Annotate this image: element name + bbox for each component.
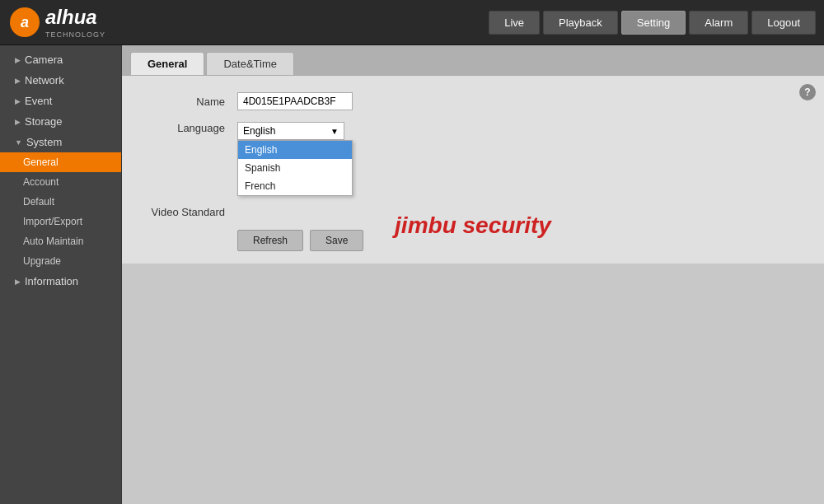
- content-panel: ? Name Language English ▼ English Spa: [122, 75, 824, 264]
- language-select[interactable]: English ▼: [237, 122, 344, 140]
- dropdown-option-french[interactable]: French: [238, 177, 352, 195]
- dropdown-option-spanish[interactable]: Spanish: [238, 159, 352, 177]
- language-row: Language English ▼ English Spanish Frenc…: [138, 122, 808, 140]
- sidebar-section-label: Event: [25, 95, 52, 107]
- save-button[interactable]: Save: [310, 230, 363, 251]
- dropdown-arrow-icon: ▼: [330, 127, 339, 136]
- sidebar-item-auto-maintain[interactable]: Auto Maintain: [0, 231, 121, 251]
- content-area: General Date&Time ? Name Language Englis…: [122, 45, 824, 504]
- nav-buttons: Live Playback Setting Alarm Logout: [489, 11, 816, 35]
- nav-live-button[interactable]: Live: [489, 11, 540, 35]
- language-dropdown-container: English ▼ English Spanish French: [237, 122, 353, 140]
- main-layout: ▶ Camera ▶ Network ▶ Event ▶ Storage ▼ S…: [0, 45, 824, 504]
- tab-general[interactable]: General: [130, 52, 204, 75]
- form-buttons: Refresh Save: [237, 230, 808, 251]
- video-standard-row: Video Standard: [138, 206, 808, 218]
- sidebar-item-network[interactable]: ▶ Network: [0, 70, 121, 91]
- sidebar-item-label: General: [23, 156, 59, 168]
- arrow-icon: ▶: [15, 56, 21, 64]
- sidebar-item-general[interactable]: General: [0, 152, 121, 172]
- sidebar-item-label: Auto Maintain: [23, 236, 83, 247]
- language-dropdown-list: English Spanish French: [237, 140, 353, 196]
- logo: a alhua TECHNOLOGY: [8, 6, 105, 39]
- arrow-icon: ▶: [15, 278, 21, 286]
- name-input[interactable]: [237, 92, 353, 110]
- language-label: Language: [138, 122, 237, 134]
- sidebar-item-account[interactable]: Account: [0, 172, 121, 192]
- sidebar-item-label: Import/Export: [23, 216, 82, 227]
- arrow-icon: ▼: [15, 138, 22, 147]
- nav-logout-button[interactable]: Logout: [751, 11, 816, 35]
- svg-text:a: a: [21, 14, 29, 30]
- sidebar-section-label: System: [26, 136, 62, 148]
- logo-text: alhua: [45, 6, 105, 29]
- refresh-button[interactable]: Refresh: [237, 230, 303, 251]
- sidebar-section-label: Network: [25, 74, 64, 86]
- header: a alhua TECHNOLOGY Live Playback Setting…: [0, 0, 824, 45]
- tab-datetime[interactable]: Date&Time: [206, 52, 294, 75]
- nav-playback-button[interactable]: Playback: [543, 11, 618, 35]
- sidebar-item-camera[interactable]: ▶ Camera: [0, 49, 121, 70]
- sidebar-item-label: Account: [23, 176, 59, 188]
- sidebar-item-information[interactable]: ▶ Information: [0, 271, 121, 292]
- sidebar-section-label: Storage: [25, 115, 63, 128]
- name-row: Name: [138, 92, 808, 110]
- sidebar-item-upgrade[interactable]: Upgrade: [0, 251, 121, 271]
- nav-setting-button[interactable]: Setting: [621, 11, 686, 35]
- language-selected-value: English: [243, 125, 330, 137]
- name-label: Name: [138, 96, 237, 108]
- video-standard-label: Video Standard: [138, 206, 237, 218]
- sidebar-item-label: Default: [23, 196, 54, 208]
- sidebar-item-storage[interactable]: ▶ Storage: [0, 111, 121, 132]
- sidebar-item-system[interactable]: ▼ System: [0, 132, 121, 152]
- sidebar-item-default[interactable]: Default: [0, 192, 121, 212]
- sidebar: ▶ Camera ▶ Network ▶ Event ▶ Storage ▼ S…: [0, 45, 122, 504]
- logo-subtext: TECHNOLOGY: [45, 30, 105, 39]
- tab-bar: General Date&Time: [122, 45, 824, 75]
- sidebar-item-label: Upgrade: [23, 255, 61, 267]
- arrow-icon: ▶: [15, 97, 21, 105]
- dahua-logo-icon: a: [8, 6, 41, 39]
- arrow-icon: ▶: [15, 77, 21, 85]
- dropdown-option-english[interactable]: English: [238, 141, 352, 159]
- sidebar-section-label: Information: [25, 275, 78, 287]
- sidebar-item-import-export[interactable]: Import/Export: [0, 212, 121, 231]
- sidebar-item-event[interactable]: ▶ Event: [0, 91, 121, 111]
- help-icon[interactable]: ?: [799, 84, 816, 100]
- sidebar-section-label: Camera: [25, 54, 63, 66]
- nav-alarm-button[interactable]: Alarm: [689, 11, 748, 35]
- arrow-icon: ▶: [15, 118, 21, 126]
